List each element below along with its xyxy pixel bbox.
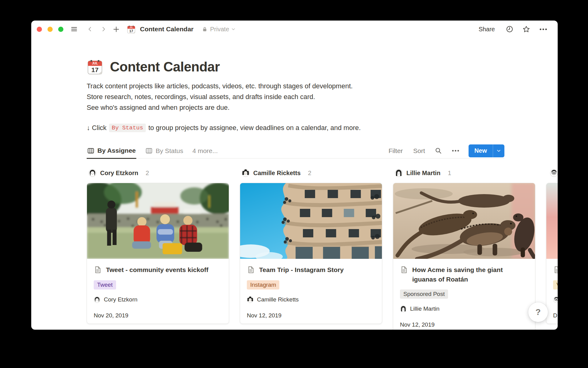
card-cover-photo-festival bbox=[87, 183, 229, 259]
card-assignee bbox=[553, 296, 558, 303]
back-icon[interactable] bbox=[87, 26, 93, 32]
privacy-label[interactable]: Private bbox=[210, 26, 229, 33]
card-body: How Acme is saving the giant iguanas of … bbox=[393, 259, 535, 330]
page-doc-icon bbox=[400, 266, 408, 275]
description-line: Store research, notes, recordings, visua… bbox=[87, 91, 504, 102]
page-content: Content Calendar Track content projects … bbox=[31, 59, 558, 330]
breadcrumb-page-icon bbox=[127, 25, 136, 34]
breadcrumb-page-title[interactable]: Content Calendar bbox=[140, 25, 194, 33]
new-button-caret-icon[interactable] bbox=[493, 144, 504, 157]
board-view-icon bbox=[87, 147, 94, 154]
close-window-button[interactable] bbox=[37, 27, 42, 32]
description-line: Track content projects like articles, po… bbox=[87, 81, 504, 91]
page-description: Track content projects like articles, po… bbox=[87, 81, 504, 113]
zoom-window-button[interactable] bbox=[58, 27, 63, 32]
card-tag: Tweet bbox=[94, 280, 116, 289]
minimize-window-button[interactable] bbox=[47, 27, 53, 32]
card-tag: V bbox=[553, 280, 558, 289]
avatar bbox=[94, 296, 100, 303]
avatar bbox=[89, 169, 96, 177]
card-title: Tweet - community events kickoff bbox=[106, 265, 209, 274]
view-options-dots-icon[interactable] bbox=[452, 149, 459, 152]
tab-by-assignee[interactable]: By Assignee bbox=[87, 144, 136, 159]
card-date: Nov 12, 2019 bbox=[247, 312, 375, 319]
page-doc-icon bbox=[553, 266, 558, 275]
board-view-icon bbox=[145, 147, 153, 154]
callout-line: ↓ Click By Status to group projects by a… bbox=[87, 124, 558, 132]
help-button[interactable]: ? bbox=[528, 302, 548, 322]
card-tag: Sponsored Post bbox=[400, 289, 448, 299]
board: Cory Etzkorn 2 bbox=[87, 168, 558, 330]
tab-by-status[interactable]: By Status bbox=[145, 143, 184, 159]
titlebar-actions: Share bbox=[479, 25, 547, 33]
column-card-count: 2 bbox=[145, 170, 149, 177]
avatar bbox=[247, 296, 254, 303]
favorite-star-icon[interactable] bbox=[522, 25, 530, 33]
page-doc-icon bbox=[247, 266, 254, 275]
avatar bbox=[553, 296, 558, 303]
avatar bbox=[395, 169, 403, 177]
card-date: Nov 12, 2019 bbox=[400, 321, 528, 328]
forward-icon[interactable] bbox=[101, 26, 106, 32]
avatar bbox=[550, 169, 558, 177]
notion-window: Content Calendar Private Share Content C… bbox=[31, 21, 558, 330]
board-column-cory: Cory Etzkorn 2 bbox=[87, 168, 229, 324]
card-cover-photo-gradient bbox=[546, 183, 558, 259]
card-date: D bbox=[553, 312, 558, 319]
column-assignee-name: Lillie Martin bbox=[406, 170, 440, 177]
sidebar-menu-icon[interactable] bbox=[70, 26, 78, 33]
board-card[interactable]: V D bbox=[546, 183, 558, 324]
card-body: V D bbox=[546, 259, 558, 324]
search-icon[interactable] bbox=[435, 147, 442, 154]
new-page-icon[interactable] bbox=[113, 26, 119, 33]
column-assignee-name: Camille Ricketts bbox=[253, 170, 301, 177]
new-button[interactable]: New bbox=[469, 144, 504, 157]
column-header[interactable]: Cory Etzkorn 2 bbox=[87, 168, 229, 178]
card-body: Tweet - community events kickoff Tweet C… bbox=[87, 259, 229, 324]
privacy-caret-icon[interactable] bbox=[231, 27, 236, 31]
board-column-lillie: Lillie Martin 1 bbox=[393, 168, 535, 330]
card-tag: Instagram bbox=[247, 280, 279, 289]
updates-clock-icon[interactable] bbox=[506, 25, 513, 33]
card-cover-photo-iguanas bbox=[393, 183, 535, 259]
card-title: Team Trip - Instagram Story bbox=[259, 265, 344, 274]
new-button-label[interactable]: New bbox=[469, 144, 493, 157]
description-line: See who's assigned and when projects are… bbox=[87, 102, 504, 113]
page-calendar-icon[interactable] bbox=[87, 59, 103, 75]
avatar bbox=[242, 169, 250, 177]
by-status-code-chip: By Status bbox=[109, 124, 146, 132]
window-titlebar: Content Calendar Private Share bbox=[31, 21, 558, 38]
card-cover-photo-building bbox=[240, 183, 382, 259]
column-card-count: 1 bbox=[448, 170, 451, 177]
column-header[interactable]: Camille Ricketts 2 bbox=[240, 168, 382, 178]
lock-icon bbox=[202, 26, 207, 32]
share-button[interactable]: Share bbox=[479, 26, 495, 33]
card-title: How Acme is saving the giant iguanas of … bbox=[412, 265, 528, 284]
more-views-link[interactable]: 4 more... bbox=[192, 147, 218, 155]
column-header[interactable] bbox=[546, 168, 558, 178]
card-date: Nov 20, 2019 bbox=[94, 312, 222, 319]
more-options-icon[interactable] bbox=[539, 28, 547, 31]
avatar bbox=[400, 305, 407, 312]
board-column-partial: V D bbox=[546, 168, 558, 324]
callout-prefix: ↓ Click bbox=[87, 124, 107, 132]
board-card[interactable]: How Acme is saving the giant iguanas of … bbox=[393, 183, 535, 330]
card-body: Team Trip - Instagram Story Instagram Ca… bbox=[240, 259, 382, 324]
filter-button[interactable]: Filter bbox=[389, 147, 403, 155]
card-assignee: Camille Ricketts bbox=[247, 296, 375, 303]
column-header[interactable]: Lillie Martin 1 bbox=[393, 168, 535, 178]
card-assignee: Cory Etzkorn bbox=[94, 296, 222, 303]
sort-button[interactable]: Sort bbox=[413, 147, 425, 155]
callout-suffix: to group projects by assignee, view dead… bbox=[148, 124, 360, 132]
view-toolbar: By Assignee By Status 4 more... Filter S… bbox=[87, 143, 504, 159]
column-card-count: 2 bbox=[308, 170, 311, 177]
board-card[interactable]: Tweet - community events kickoff Tweet C… bbox=[87, 183, 229, 324]
page-title: Content Calendar bbox=[110, 59, 220, 75]
page-header: Content Calendar bbox=[87, 59, 558, 75]
page-doc-icon bbox=[94, 266, 101, 275]
board-card[interactable]: Team Trip - Instagram Story Instagram Ca… bbox=[240, 183, 382, 324]
card-assignee: Lillie Martin bbox=[400, 305, 528, 312]
board-column-camille: Camille Ricketts 2 bbox=[240, 168, 382, 324]
column-assignee-name: Cory Etzkorn bbox=[100, 170, 138, 177]
